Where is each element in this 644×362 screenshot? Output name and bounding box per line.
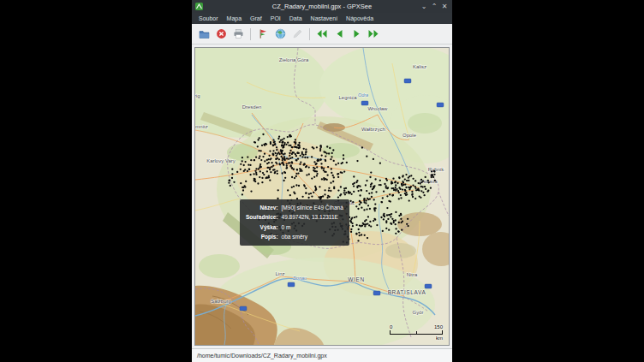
waypoint-dot[interactable]: [311, 177, 313, 179]
waypoint-dot[interactable]: [357, 208, 359, 210]
waypoint-dot[interactable]: [379, 163, 381, 164]
waypoint-dot[interactable]: [273, 141, 275, 143]
waypoint-dot[interactable]: [331, 168, 332, 169]
waypoint-dot[interactable]: [287, 136, 289, 138]
waypoint-dot[interactable]: [321, 167, 323, 169]
open-file-button[interactable]: [196, 27, 212, 42]
waypoint-dot[interactable]: [374, 219, 376, 221]
waypoint-dot[interactable]: [431, 176, 432, 178]
waypoint-dot[interactable]: [255, 157, 257, 158]
waypoint-dot[interactable]: [353, 191, 355, 193]
waypoint-dot[interactable]: [353, 185, 355, 187]
waypoint-dot[interactable]: [273, 169, 275, 170]
waypoint-dot[interactable]: [265, 176, 267, 178]
waypoint-dot[interactable]: [387, 218, 389, 220]
waypoint-dot[interactable]: [390, 223, 391, 224]
waypoint-dot[interactable]: [352, 201, 354, 203]
menu-item-napoveda[interactable]: Nápověda: [342, 15, 378, 22]
waypoint-dot[interactable]: [363, 209, 365, 211]
waypoint-dot[interactable]: [408, 175, 410, 177]
waypoint-dot[interactable]: [295, 184, 297, 186]
waypoint-dot[interactable]: [380, 217, 382, 218]
waypoint-dot[interactable]: [272, 139, 274, 140]
waypoint-dot[interactable]: [255, 172, 257, 174]
waypoint-dot[interactable]: [315, 187, 317, 189]
waypoint-dot[interactable]: [374, 210, 376, 211]
waypoint-dot[interactable]: [272, 152, 274, 154]
waypoint-dot[interactable]: [390, 216, 391, 217]
waypoint-dot[interactable]: [373, 187, 374, 189]
waypoint-dot[interactable]: [400, 218, 402, 220]
waypoint-dot[interactable]: [420, 190, 422, 192]
waypoint-dot[interactable]: [324, 189, 325, 191]
waypoint-dot[interactable]: [276, 163, 277, 164]
waypoint-dot[interactable]: [259, 163, 261, 165]
waypoint-dot[interactable]: [319, 186, 320, 187]
edit-button[interactable]: [289, 27, 305, 42]
waypoint-dot[interactable]: [242, 189, 244, 191]
waypoint-dot[interactable]: [337, 173, 338, 175]
waypoint-dot[interactable]: [350, 193, 352, 195]
waypoint-dot[interactable]: [366, 180, 367, 181]
waypoint-dot[interactable]: [244, 169, 246, 170]
waypoint-dot[interactable]: [271, 162, 272, 163]
waypoint-dot[interactable]: [255, 174, 257, 175]
waypoint-dot[interactable]: [331, 172, 332, 174]
waypoint-dot[interactable]: [420, 182, 421, 184]
waypoint-dot[interactable]: [326, 179, 328, 181]
waypoint-dot[interactable]: [350, 231, 352, 233]
waypoint-dot[interactable]: [316, 175, 318, 176]
waypoint-dot[interactable]: [357, 240, 359, 241]
waypoint-dot[interactable]: [346, 162, 348, 163]
waypoint-dot[interactable]: [280, 149, 282, 151]
waypoint-dot[interactable]: [398, 177, 400, 179]
waypoint-dot[interactable]: [340, 186, 342, 187]
waypoint-dot[interactable]: [348, 192, 349, 193]
waypoint-dot[interactable]: [419, 195, 420, 197]
waypoint-dot[interactable]: [374, 203, 376, 205]
waypoint-dot[interactable]: [340, 171, 342, 173]
waypoint-dot[interactable]: [364, 234, 366, 236]
waypoint-dot[interactable]: [399, 188, 401, 190]
waypoint-dot[interactable]: [361, 207, 362, 209]
waypoint-dot[interactable]: [272, 145, 274, 146]
waypoint-dot[interactable]: [395, 228, 397, 229]
waypoint-dot[interactable]: [323, 151, 325, 152]
waypoint-dot[interactable]: [295, 153, 296, 155]
waypoint-dot[interactable]: [277, 153, 278, 155]
waypoint-dot[interactable]: [305, 187, 307, 189]
waypoint-dot[interactable]: [305, 166, 307, 168]
waypoint-dot[interactable]: [300, 155, 301, 157]
waypoint-dot[interactable]: [249, 174, 251, 175]
waypoint-dot[interactable]: [343, 158, 344, 160]
waypoint-dot[interactable]: [299, 163, 301, 165]
waypoint-dot[interactable]: [363, 223, 365, 225]
waypoint-dot[interactable]: [355, 233, 357, 234]
waypoint-dot[interactable]: [406, 193, 408, 195]
waypoint-dot[interactable]: [398, 198, 400, 199]
waypoint-dot[interactable]: [308, 166, 310, 168]
waypoint-dot[interactable]: [269, 150, 271, 151]
waypoint-dot[interactable]: [331, 156, 332, 157]
waypoint-dot[interactable]: [330, 158, 331, 160]
waypoint-dot[interactable]: [395, 219, 397, 221]
waypoint-dot[interactable]: [427, 180, 429, 181]
waypoint-dot[interactable]: [283, 153, 284, 155]
waypoint-dot[interactable]: [269, 169, 271, 170]
waypoint-dot[interactable]: [316, 146, 318, 148]
waypoint-dot[interactable]: [411, 191, 413, 193]
waypoint-dot[interactable]: [231, 169, 233, 170]
waypoint-dot[interactable]: [316, 173, 318, 175]
waypoint-dot[interactable]: [397, 190, 399, 192]
waypoint-dot[interactable]: [300, 169, 301, 170]
waypoint-dot[interactable]: [291, 187, 293, 188]
waypoint-dot[interactable]: [353, 175, 355, 177]
waypoint-dot[interactable]: [401, 229, 402, 231]
waypoint-dot[interactable]: [314, 189, 316, 191]
waypoint-dot[interactable]: [247, 156, 248, 157]
waypoint-dot[interactable]: [300, 161, 301, 163]
waypoint-dot[interactable]: [269, 180, 271, 181]
waypoint-dot[interactable]: [349, 220, 351, 222]
menu-item-data[interactable]: Data: [285, 15, 307, 22]
waypoint-dot[interactable]: [231, 177, 233, 179]
